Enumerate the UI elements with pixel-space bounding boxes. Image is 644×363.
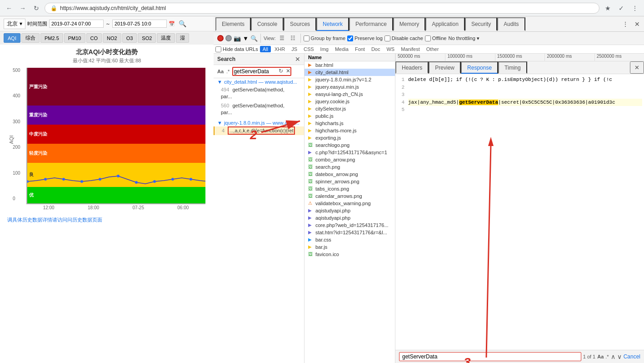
response-close-button[interactable]: ✕: [630, 61, 644, 74]
search-clear-button[interactable]: ✕: [286, 68, 290, 74]
filter-tab-co[interactable]: CO: [86, 33, 102, 43]
filter-type-doc[interactable]: Doc: [369, 46, 383, 52]
date-start-input[interactable]: [49, 20, 104, 28]
filter-tab-o3[interactable]: O3: [122, 33, 137, 43]
tab-audits[interactable]: Audits: [497, 17, 525, 31]
file-item-bar-html[interactable]: ▶ bar.html: [305, 61, 395, 69]
filter-tab-zonghe[interactable]: 综合: [21, 33, 40, 43]
tab-network[interactable]: Network: [316, 17, 349, 31]
file-item-bar-js[interactable]: ▶ bar.js: [305, 243, 395, 251]
bottom-search-input[interactable]: [399, 352, 581, 361]
file-item-datebox[interactable]: 🖼 datebox_arrow.png: [305, 171, 395, 178]
search-result-1-1[interactable]: 494 getServerData(method, par...: [214, 86, 304, 101]
filter-type-other[interactable]: Other: [424, 46, 442, 52]
file-item-calendar[interactable]: 🖼 calendar_arrows.png: [305, 192, 395, 200]
devtools-dock-button[interactable]: ✕: [632, 19, 642, 29]
record-button[interactable]: [217, 35, 224, 41]
file-item-public[interactable]: ▶ public.js: [305, 112, 395, 120]
filter-type-ws[interactable]: WS: [384, 46, 397, 52]
bottom-next-button[interactable]: ∨: [617, 353, 622, 360]
file-item-cphp[interactable]: ▶ c.php?id=1254317176&async=1: [305, 149, 395, 156]
filter-tab-no2[interactable]: NO2: [103, 33, 121, 43]
filter-type-font[interactable]: Font: [352, 46, 368, 52]
bottom-prev-button[interactable]: ∧: [611, 353, 615, 360]
filter-type-img[interactable]: Img: [318, 46, 331, 52]
file-item-aqistudyapi-2[interactable]: ▶ aqistudyapi.php: [305, 214, 395, 222]
bottom-regex-button[interactable]: .*: [605, 354, 609, 359]
disable-cache-checkbox[interactable]: [384, 35, 390, 41]
tab-sources[interactable]: Sources: [284, 17, 316, 31]
forward-button[interactable]: →: [17, 3, 28, 14]
filter-tab-aqi[interactable]: AQI: [4, 33, 20, 43]
file-item-highcharts[interactable]: ▶ highcharts.js: [305, 120, 395, 127]
response-tab-response[interactable]: Response: [461, 61, 498, 74]
response-tab-preview[interactable]: Preview: [429, 61, 461, 74]
file-item-validatebox[interactable]: ⚠ validatebox_warning.png: [305, 200, 395, 207]
filter-type-manifest[interactable]: Manifest: [398, 46, 423, 52]
tab-console[interactable]: Console: [251, 17, 284, 31]
search-close-button[interactable]: ✕: [295, 55, 300, 63]
group-by-frame-checkbox[interactable]: [304, 35, 310, 41]
file-item-stat[interactable]: ▶ stat.htm?id=1254317176&r=&l...: [305, 229, 395, 236]
view-list-button[interactable]: ☰: [278, 34, 287, 43]
filter-type-css[interactable]: CSS: [301, 46, 317, 52]
search-result-1-2[interactable]: 560 getServerData(method, par...: [214, 101, 304, 117]
file-item-aqistudyapi-1[interactable]: ▶ aqistudyapi.php: [305, 207, 395, 214]
throttling-select[interactable]: No throttling ▾: [448, 35, 479, 41]
filter-icon[interactable]: ▼: [243, 35, 249, 42]
menu-button[interactable]: ⋮: [629, 3, 640, 14]
search-group-header-1[interactable]: ▼ city_detail.html — www.aqistud...: [214, 78, 304, 86]
file-item-spinner[interactable]: 🖼 spinner_arrows.png: [305, 178, 395, 185]
search-group-header-2[interactable]: ▼ jquery-1.8.0.min.js — www.aqist...: [214, 119, 304, 126]
filter-type-media[interactable]: Media: [332, 46, 351, 52]
bottom-cancel-button[interactable]: Cancel: [624, 353, 640, 360]
search-icon[interactable]: 🔍: [250, 35, 258, 42]
file-item-core-php[interactable]: ▶ core.php?web_id=1254317176...: [305, 222, 395, 229]
search-page-button[interactable]: 🔍: [177, 18, 188, 29]
tab-application[interactable]: Application: [425, 17, 465, 31]
filter-tab-pm10[interactable]: PM10: [64, 33, 85, 43]
file-item-bar-css[interactable]: ▶ bar.css: [305, 236, 395, 243]
filter-type-xhr[interactable]: XHR: [272, 46, 288, 52]
chart-footer[interactable]: 调具体历史数据详情请访问问历史数据页面: [4, 215, 210, 225]
tab-security[interactable]: Security: [465, 17, 497, 31]
file-item-easyui-lang[interactable]: ▶ easyui-lang-zh_CN.js: [305, 91, 395, 98]
filter-type-all[interactable]: All: [260, 46, 271, 52]
file-item-tabs-icons[interactable]: 🖼 tabs_icons.png: [305, 185, 395, 192]
stop-button[interactable]: [225, 35, 232, 41]
filter-tab-humid[interactable]: 湿: [176, 33, 189, 43]
preserve-log-checkbox[interactable]: [347, 35, 353, 41]
camera-icon[interactable]: 📷: [234, 35, 241, 42]
response-tab-headers[interactable]: Headers: [395, 61, 429, 74]
extensions-button[interactable]: ✓: [616, 3, 627, 14]
search-regex-button[interactable]: .*: [226, 69, 230, 74]
search-result-2-1[interactable]: 4 ...,a,c,k,e,d){e=function(c){ret: [214, 126, 304, 135]
search-aa-button[interactable]: Aa: [217, 69, 224, 74]
calendar-icon[interactable]: 📅: [169, 21, 175, 27]
date-end-input[interactable]: [112, 20, 167, 28]
bookmark-button[interactable]: ★: [602, 3, 613, 14]
file-item-search-png[interactable]: 🖼 search.png: [305, 163, 395, 171]
bottom-aa-button[interactable]: Aa: [597, 354, 604, 359]
response-tab-timing[interactable]: Timing: [498, 61, 527, 74]
file-item-jquery[interactable]: ▶ jquery-1.8.0.min.js?v=1.2: [305, 76, 395, 83]
file-item-highcharts-more[interactable]: ▶ highcharts-more.js: [305, 127, 395, 134]
file-item-exporting[interactable]: ▶ exporting.js: [305, 134, 395, 141]
tab-elements[interactable]: Elements: [215, 17, 251, 31]
offline-checkbox[interactable]: [425, 35, 431, 41]
file-item-combo-arrow[interactable]: 🖼 combo_arrow.png: [305, 156, 395, 163]
view-large-button[interactable]: ☷: [289, 34, 298, 43]
back-button[interactable]: ←: [4, 3, 15, 14]
tab-performance[interactable]: Performance: [349, 17, 393, 31]
hide-data-urls-checkbox[interactable]: [215, 46, 221, 52]
search-refresh-button[interactable]: ↻: [279, 68, 283, 74]
reload-button[interactable]: ↻: [31, 3, 42, 14]
file-item-searchlogo[interactable]: 🖼 searchlogo.png: [305, 141, 395, 149]
filter-tab-so2[interactable]: SO2: [138, 33, 156, 43]
tab-memory[interactable]: Memory: [393, 17, 425, 31]
file-item-city-selector[interactable]: ▶ citySelector.js: [305, 105, 395, 112]
file-item-jquery-easyui[interactable]: ▶ jquery.easyui.min.js: [305, 83, 395, 91]
city-selector[interactable]: 北京 ▾: [4, 19, 25, 29]
file-item-cookie[interactable]: ▶ jquery.cookie.js: [305, 98, 395, 105]
file-item-favicon[interactable]: 🖼 favicon.ico: [305, 251, 395, 258]
